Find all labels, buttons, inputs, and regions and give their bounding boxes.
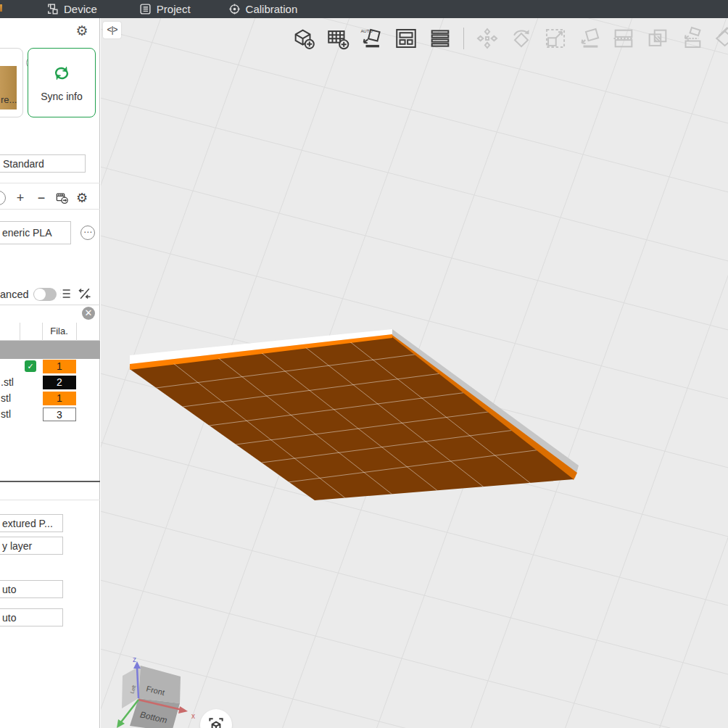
selected-plate-row[interactable] [0, 341, 100, 359]
add-plate-icon[interactable] [325, 25, 351, 51]
rotate-icon[interactable] [508, 25, 534, 51]
filament-cell[interactable]: 3 [43, 408, 76, 421]
mesh-boolean-icon[interactable] [645, 25, 671, 51]
lay-on-face-icon[interactable] [576, 25, 603, 51]
toolbar-separator [463, 28, 464, 49]
remove-filament-icon[interactable]: − [33, 190, 49, 206]
process-preset-value: Standard [3, 158, 44, 170]
check-icon[interactable]: ✓ [25, 360, 36, 372]
objects-table: Fila. ✓ 1 .stl 2 stl 1 stl 3 [0, 323, 100, 423]
scene-canvas: Front Bottom Left z x [101, 18, 728, 728]
auto-orient-icon[interactable]: AUTO [359, 25, 385, 51]
view-cube-icon [207, 716, 226, 728]
device-icon [46, 3, 59, 15]
scale-icon[interactable] [542, 25, 568, 51]
model-plate-object[interactable] [130, 329, 728, 553]
tab-project-label: Project [157, 3, 191, 15]
table-bottom-border [0, 481, 100, 482]
support-paint-icon[interactable] [679, 25, 705, 51]
filament-cell[interactable]: 1 [43, 392, 76, 405]
svg-text:z: z [133, 655, 136, 663]
printer-name: re... [1, 94, 25, 105]
viewport-toolbar: AUTO [291, 25, 728, 51]
move-icon[interactable] [474, 25, 500, 51]
printer-settings-gear-icon[interactable]: ⚙ [74, 23, 90, 39]
svg-text:x: x [191, 712, 195, 720]
table-header: Fila. [0, 323, 100, 341]
divider [0, 305, 100, 305]
arrange-icon[interactable] [393, 25, 419, 51]
auto-select-1[interactable]: uto [0, 580, 63, 598]
top-tab-bar: Device Project Calibration [0, 0, 728, 18]
table-row[interactable]: .stl 2 [0, 375, 100, 391]
filament-column-header: Fila. [42, 326, 76, 336]
table-row[interactable]: stl 3 [0, 407, 100, 423]
calibration-icon [228, 3, 241, 15]
close-table-icon[interactable]: ✕ [82, 307, 95, 320]
cut-icon[interactable] [611, 25, 637, 51]
table-row[interactable]: ✓ 1 [0, 359, 100, 375]
print-sequence-select[interactable]: y layer [0, 537, 63, 555]
advanced-label: anced [0, 289, 29, 300]
auto-value-2: uto [2, 612, 16, 624]
tab-device[interactable]: Device [46, 3, 97, 15]
filament-cell[interactable]: 1 [43, 360, 76, 373]
filament-select[interactable]: eneric PLA [0, 221, 71, 244]
tab-calibration-label: Calibration [246, 3, 298, 15]
sync-info-button[interactable]: Sync info [28, 48, 96, 117]
sync-icon [51, 64, 73, 85]
divider [0, 183, 100, 183]
collapse-params-icon[interactable] [78, 286, 94, 302]
sidebar-collapse-handle[interactable]: <|> [103, 22, 121, 38]
divider [0, 209, 100, 210]
project-icon [139, 3, 152, 15]
color-paint-icon[interactable] [713, 25, 728, 51]
filament-cell[interactable]: 2 [43, 376, 76, 389]
sync-info-label: Sync info [41, 91, 83, 102]
print-sequence-value: y layer [2, 540, 32, 552]
add-object-icon[interactable] [291, 25, 317, 51]
tab-project[interactable]: Project [139, 3, 191, 15]
advanced-toggle[interactable] [33, 288, 57, 301]
divider [0, 500, 100, 500]
filament-settings-gear-icon[interactable]: ⚙ [74, 190, 90, 206]
filament-toolbar: + − ⚙ [0, 189, 100, 208]
ams-sync-icon[interactable] [54, 190, 70, 206]
3d-viewport[interactable]: Front Bottom Left z x <|> [101, 18, 728, 728]
table-row[interactable]: stl 1 [0, 391, 100, 407]
tab-device-label: Device [64, 3, 97, 15]
filament-value: eneric PLA [2, 227, 51, 239]
settings-sidebar: ⚙ re... i Sync info Standard + − ⚙ eneri… [0, 18, 100, 728]
plate-type-value: extured P... [2, 518, 53, 529]
add-filament-icon[interactable]: + [12, 190, 28, 206]
process-preset-select[interactable]: Standard [0, 154, 86, 173]
filament-index-icon[interactable] [0, 191, 6, 205]
split-to-objects-icon[interactable] [427, 25, 453, 51]
plate-type-select[interactable]: extured P... [0, 514, 63, 532]
auto-value-1: uto [2, 584, 16, 595]
tab-calibration[interactable]: Calibration [228, 3, 298, 15]
edit-filament-icon[interactable]: ⋯ [80, 226, 95, 240]
object-list-icon[interactable] [58, 286, 74, 302]
auto-select-2[interactable]: uto [0, 608, 63, 626]
advanced-row: anced [0, 285, 100, 305]
cropped-logo-sliver [0, 4, 2, 12]
navigation-cube[interactable]: Front Bottom Left z x [117, 655, 195, 728]
